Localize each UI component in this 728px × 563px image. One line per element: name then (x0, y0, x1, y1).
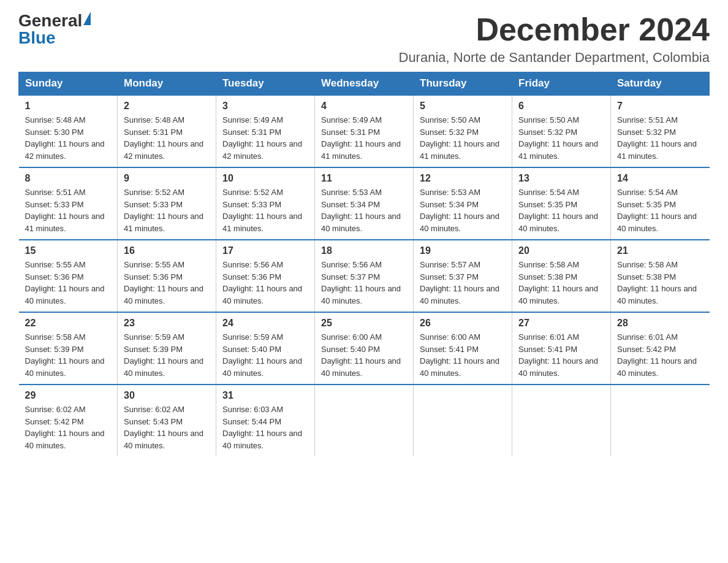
day-info: Sunrise: 6:00 AM Sunset: 5:41 PM Dayligh… (420, 331, 506, 379)
sunrise-label: Sunrise: 5:49 AM (321, 115, 382, 124)
calendar-day-cell: 20 Sunrise: 5:58 AM Sunset: 5:38 PM Dayl… (512, 240, 611, 312)
daylight-label: Daylight: 11 hours and 40 minutes. (321, 212, 401, 233)
sunset-label: Sunset: 5:32 PM (518, 128, 577, 137)
day-info: Sunrise: 5:48 AM Sunset: 5:30 PM Dayligh… (25, 114, 112, 162)
month-title: December 2024 (399, 12, 710, 47)
day-number: 19 (420, 245, 506, 256)
sunset-label: Sunset: 5:41 PM (420, 345, 479, 354)
sunset-label: Sunset: 5:43 PM (124, 417, 183, 426)
calendar-day-cell: 7 Sunrise: 5:51 AM Sunset: 5:32 PM Dayli… (611, 95, 710, 167)
day-header-saturday: Saturday (611, 72, 710, 96)
sunset-label: Sunset: 5:32 PM (617, 128, 676, 137)
sunset-label: Sunset: 5:36 PM (124, 272, 183, 282)
calendar-day-cell: 15 Sunrise: 5:55 AM Sunset: 5:36 PM Dayl… (19, 240, 118, 312)
sunset-label: Sunset: 5:44 PM (222, 417, 281, 426)
sunrise-label: Sunrise: 5:54 AM (617, 188, 678, 197)
daylight-label: Daylight: 11 hours and 40 minutes. (617, 284, 697, 305)
sunrise-label: Sunrise: 5:58 AM (518, 260, 579, 269)
sunrise-label: Sunrise: 6:01 AM (518, 332, 579, 342)
sunrise-label: Sunrise: 5:55 AM (124, 260, 184, 269)
calendar-day-cell (414, 385, 512, 456)
logo: General Blue (18, 12, 91, 47)
calendar-day-cell: 3 Sunrise: 5:49 AM Sunset: 5:31 PM Dayli… (216, 95, 315, 167)
calendar-week-row: 8 Sunrise: 5:51 AM Sunset: 5:33 PM Dayli… (19, 167, 710, 240)
calendar-day-cell: 21 Sunrise: 5:58 AM Sunset: 5:38 PM Dayl… (611, 240, 710, 312)
daylight-label: Daylight: 11 hours and 41 minutes. (124, 212, 203, 233)
day-info: Sunrise: 6:01 AM Sunset: 5:42 PM Dayligh… (617, 331, 703, 379)
day-info: Sunrise: 5:50 AM Sunset: 5:32 PM Dayligh… (518, 114, 604, 162)
sunset-label: Sunset: 5:36 PM (222, 272, 281, 282)
subtitle: Durania, Norte de Santander Department, … (399, 50, 710, 66)
daylight-label: Daylight: 11 hours and 40 minutes. (420, 212, 499, 233)
daylight-label: Daylight: 11 hours and 40 minutes. (124, 284, 203, 305)
calendar-day-cell: 23 Sunrise: 5:59 AM Sunset: 5:39 PM Dayl… (118, 312, 216, 385)
day-info: Sunrise: 5:49 AM Sunset: 5:31 PM Dayligh… (321, 114, 407, 162)
calendar-day-cell: 1 Sunrise: 5:48 AM Sunset: 5:30 PM Dayli… (19, 95, 118, 167)
sunrise-label: Sunrise: 5:50 AM (518, 115, 579, 124)
day-info: Sunrise: 5:58 AM Sunset: 5:39 PM Dayligh… (25, 331, 112, 379)
logo-arrow-icon (83, 12, 91, 25)
day-info: Sunrise: 5:54 AM Sunset: 5:35 PM Dayligh… (617, 186, 703, 234)
sunrise-label: Sunrise: 5:48 AM (25, 115, 86, 124)
day-info: Sunrise: 5:51 AM Sunset: 5:32 PM Dayligh… (617, 114, 703, 162)
calendar-day-cell: 18 Sunrise: 5:56 AM Sunset: 5:37 PM Dayl… (315, 240, 414, 312)
daylight-label: Daylight: 11 hours and 41 minutes. (25, 212, 105, 233)
calendar-day-cell: 17 Sunrise: 5:56 AM Sunset: 5:36 PM Dayl… (216, 240, 315, 312)
sunrise-label: Sunrise: 5:56 AM (222, 260, 283, 269)
calendar-day-cell: 9 Sunrise: 5:52 AM Sunset: 5:33 PM Dayli… (118, 167, 216, 240)
daylight-label: Daylight: 11 hours and 40 minutes. (25, 356, 105, 378)
daylight-label: Daylight: 11 hours and 40 minutes. (617, 356, 697, 378)
day-info: Sunrise: 5:53 AM Sunset: 5:34 PM Dayligh… (420, 186, 506, 234)
calendar-day-cell: 25 Sunrise: 6:00 AM Sunset: 5:40 PM Dayl… (315, 312, 414, 385)
daylight-label: Daylight: 11 hours and 41 minutes. (222, 212, 302, 233)
calendar-day-cell: 12 Sunrise: 5:53 AM Sunset: 5:34 PM Dayl… (414, 167, 512, 240)
sunrise-label: Sunrise: 5:58 AM (617, 260, 678, 269)
title-block: December 2024 Durania, Norte de Santande… (399, 12, 710, 66)
day-header-sunday: Sunday (19, 72, 118, 96)
sunset-label: Sunset: 5:31 PM (222, 128, 281, 137)
day-number: 24 (222, 318, 308, 329)
sunset-label: Sunset: 5:40 PM (321, 345, 380, 354)
sunrise-label: Sunrise: 5:52 AM (222, 188, 283, 197)
sunset-label: Sunset: 5:30 PM (25, 128, 84, 137)
calendar-day-cell: 2 Sunrise: 5:48 AM Sunset: 5:31 PM Dayli… (118, 95, 216, 167)
sunrise-label: Sunrise: 5:58 AM (25, 332, 86, 342)
daylight-label: Daylight: 11 hours and 40 minutes. (420, 356, 499, 378)
daylight-label: Daylight: 11 hours and 40 minutes. (518, 284, 598, 305)
day-info: Sunrise: 5:52 AM Sunset: 5:33 PM Dayligh… (124, 186, 210, 234)
sunset-label: Sunset: 5:36 PM (25, 272, 84, 282)
day-number: 3 (222, 101, 308, 112)
calendar-week-row: 29 Sunrise: 6:02 AM Sunset: 5:42 PM Dayl… (19, 385, 710, 456)
day-info: Sunrise: 6:03 AM Sunset: 5:44 PM Dayligh… (222, 404, 308, 451)
sunrise-label: Sunrise: 5:48 AM (124, 115, 184, 124)
daylight-label: Daylight: 11 hours and 40 minutes. (518, 212, 598, 233)
day-info: Sunrise: 5:56 AM Sunset: 5:37 PM Dayligh… (321, 259, 407, 307)
sunset-label: Sunset: 5:34 PM (420, 200, 479, 209)
day-number: 31 (222, 390, 308, 401)
calendar-week-row: 1 Sunrise: 5:48 AM Sunset: 5:30 PM Dayli… (19, 95, 710, 167)
day-header-wednesday: Wednesday (315, 72, 414, 96)
sunset-label: Sunset: 5:41 PM (518, 345, 577, 354)
day-number: 28 (617, 318, 703, 329)
day-number: 1 (25, 101, 112, 112)
day-number: 22 (25, 318, 112, 329)
day-number: 14 (617, 173, 703, 184)
day-number: 10 (222, 173, 308, 184)
day-number: 6 (518, 101, 604, 112)
calendar-day-cell (315, 385, 414, 456)
sunrise-label: Sunrise: 6:03 AM (222, 405, 283, 414)
day-info: Sunrise: 5:56 AM Sunset: 5:36 PM Dayligh… (222, 259, 308, 307)
daylight-label: Daylight: 11 hours and 41 minutes. (617, 139, 697, 161)
sunset-label: Sunset: 5:38 PM (617, 272, 676, 282)
calendar-day-cell: 27 Sunrise: 6:01 AM Sunset: 5:41 PM Dayl… (512, 312, 611, 385)
sunset-label: Sunset: 5:38 PM (518, 272, 577, 282)
sunset-label: Sunset: 5:34 PM (321, 200, 380, 209)
day-number: 8 (25, 173, 112, 184)
sunset-label: Sunset: 5:39 PM (124, 345, 183, 354)
calendar-day-cell: 19 Sunrise: 5:57 AM Sunset: 5:37 PM Dayl… (414, 240, 512, 312)
daylight-label: Daylight: 11 hours and 42 minutes. (222, 139, 302, 161)
calendar-day-cell: 16 Sunrise: 5:55 AM Sunset: 5:36 PM Dayl… (118, 240, 216, 312)
daylight-label: Daylight: 11 hours and 41 minutes. (518, 139, 598, 161)
sunset-label: Sunset: 5:35 PM (518, 200, 577, 209)
day-number: 2 (124, 101, 210, 112)
